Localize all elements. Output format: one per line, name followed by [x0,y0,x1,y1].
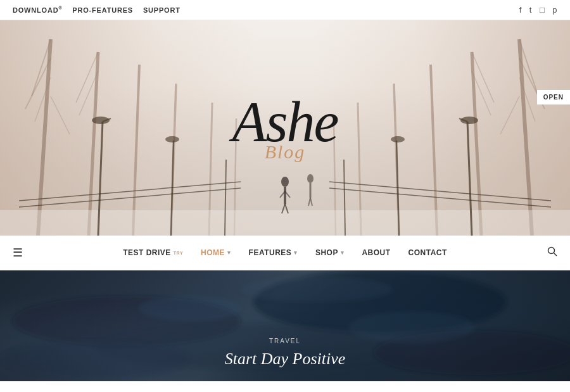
features-label: FEATURES [249,248,292,257]
home-chevron-icon: ▾ [227,250,231,256]
home-label: HOME [201,248,225,257]
trees-right [314,20,570,236]
trees-left [0,20,256,236]
test-drive-sup: TRY [174,251,183,255]
nav-features[interactable]: FEATURES ▾ [249,248,298,257]
svg-point-59 [139,296,241,321]
nav-menu: TEST DRIVETRY HOME ▾ FEATURES ▾ SHOP ▾ A… [123,248,447,257]
about-label: ABOUT [362,248,390,257]
search-button[interactable] [547,246,557,259]
social-links: f t □ p [519,5,557,15]
featured-post[interactable]: TRAVEL Start Day Positive [0,270,570,381]
top-bar: DOWNLOAD® PRO-FEATURES SUPPORT f t □ p [0,0,570,20]
post-category: TRAVEL [0,338,570,345]
main-nav: ☰ TEST DRIVETRY HOME ▾ FEATURES ▾ SHOP ▾… [0,236,570,270]
featured-content: TRAVEL Start Day Positive [0,338,570,369]
nav-contact[interactable]: CONTACT [408,248,447,257]
hamburger-menu[interactable]: ☰ [13,246,23,260]
shop-label: SHOP [315,248,338,257]
contact-label: CONTACT [408,248,447,257]
features-chevron-icon: ▾ [294,250,298,256]
search-icon [547,246,557,256]
facebook-icon[interactable]: f [519,5,522,15]
main-content: TRAVEL Start Day Positive [0,270,570,381]
nav-shop[interactable]: SHOP ▾ [315,248,345,257]
pro-features-link[interactable]: PRO-FEATURES [72,6,133,14]
support-link[interactable]: SUPPORT [143,6,180,14]
open-button[interactable]: OPEN [537,90,570,104]
post-title: Start Day Positive [0,350,570,369]
hero-section: Ashe Blog OPEN [0,20,570,236]
instagram-icon[interactable]: □ [540,5,545,15]
top-bar-links: DOWNLOAD® PRO-FEATURES SUPPORT [13,6,180,14]
test-drive-label: TEST DRIVE [123,248,171,257]
nav-test-drive[interactable]: TEST DRIVETRY [123,248,183,257]
nav-home[interactable]: HOME ▾ [201,248,231,257]
download-link[interactable]: DOWNLOAD® [13,6,62,14]
shop-chevron-icon: ▾ [341,250,345,256]
svg-point-52 [548,248,555,254]
svg-line-53 [554,253,557,256]
pinterest-icon[interactable]: p [552,5,557,15]
svg-point-61 [241,277,393,302]
nav-about[interactable]: ABOUT [362,248,390,257]
twitter-icon[interactable]: t [529,5,532,15]
